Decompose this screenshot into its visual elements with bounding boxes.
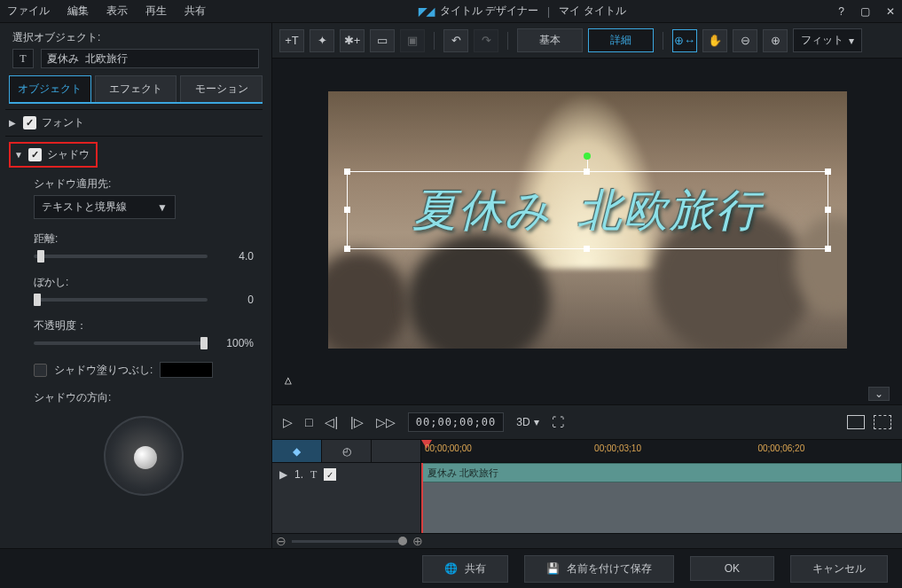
mode-basic-button[interactable]: 基本 xyxy=(517,28,583,52)
shadow-checkbox[interactable]: ✓ xyxy=(28,148,42,161)
direction-dial[interactable] xyxy=(104,416,184,496)
shadow-apply-select[interactable]: テキストと境界線 ▼ xyxy=(34,195,176,219)
menu-view[interactable]: 表示 xyxy=(106,4,128,19)
zoom-slider[interactable] xyxy=(292,540,407,543)
separator xyxy=(434,32,435,50)
font-group-header[interactable]: ▶ ✓ フォント xyxy=(9,115,259,130)
undo-button[interactable]: ↶ xyxy=(443,29,468,52)
distance-label: 距離: xyxy=(34,231,254,247)
chevron-right-icon: ▶ xyxy=(279,468,287,481)
grid-view-button[interactable] xyxy=(847,415,865,429)
redo-button[interactable]: ↷ xyxy=(474,29,498,52)
menu-file[interactable]: ファイル xyxy=(7,4,50,19)
shadow-color-swatch[interactable] xyxy=(160,362,213,378)
play-button[interactable]: ▷ xyxy=(283,415,293,429)
app-title: ◤◢ タイトル デザイナー | マイ タイトル xyxy=(206,4,838,19)
title-bounding-box[interactable]: 夏休み 北欧旅行 xyxy=(347,171,828,249)
font-group-label: フォント xyxy=(42,115,84,130)
ok-button[interactable]: OK xyxy=(690,556,774,581)
add-rect-button[interactable]: ▭ xyxy=(370,29,395,52)
add-effect-button[interactable]: ✱+ xyxy=(340,29,365,52)
share-button[interactable]: 🌐共有 xyxy=(422,555,508,583)
chevron-down-icon: ▼ xyxy=(14,150,23,160)
title-text[interactable]: 夏休み 北欧旅行 xyxy=(412,181,762,240)
tab-object[interactable]: オブジェクト xyxy=(9,75,91,102)
fit-select[interactable]: フィット▾ xyxy=(793,28,862,52)
add-image-button[interactable]: ▣ xyxy=(400,29,425,52)
separator xyxy=(663,32,663,50)
next-frame-button[interactable]: |▷ xyxy=(350,415,364,429)
object-name-input[interactable] xyxy=(41,49,259,68)
track-header[interactable]: ▶ 1. T ✓ xyxy=(272,463,421,533)
menu-edit[interactable]: 編集 xyxy=(67,4,89,19)
save-icon: 💾 xyxy=(546,562,560,575)
timecode-display[interactable]: 00;00;00;00 xyxy=(408,412,504,432)
distance-value: 4.0 xyxy=(218,250,254,263)
zoom-in-button[interactable]: ⊕ xyxy=(763,29,788,52)
selected-object-label: 選択オブジェクト: xyxy=(0,23,271,49)
preview-canvas[interactable]: 夏休み 北欧旅行 xyxy=(328,91,847,349)
resize-handle[interactable] xyxy=(584,246,590,252)
chevron-right-icon: ▶ xyxy=(9,118,18,128)
pan-tool-button[interactable]: ✋ xyxy=(702,29,727,52)
zoom-out-button[interactable]: ⊖ xyxy=(733,29,757,52)
mode-advanced-button[interactable]: 詳細 xyxy=(588,28,654,52)
blur-slider[interactable] xyxy=(34,298,208,302)
blur-label: ぼかし: xyxy=(34,275,254,290)
fullscreen-button[interactable]: ⛶ xyxy=(552,415,564,429)
add-text-button[interactable]: +T xyxy=(279,29,304,52)
track-visible-checkbox[interactable]: ✓ xyxy=(324,468,336,481)
expand-button[interactable]: ⌄ xyxy=(868,387,890,401)
text-object-icon: T xyxy=(12,49,34,68)
menu-play[interactable]: 再生 xyxy=(145,4,167,19)
resize-handle[interactable] xyxy=(825,246,831,252)
zoom-in-icon[interactable]: ⊕ xyxy=(412,534,423,548)
distance-slider[interactable] xyxy=(34,255,208,258)
resize-handle[interactable] xyxy=(825,169,831,175)
font-checkbox[interactable]: ✓ xyxy=(23,116,36,129)
shadow-fill-checkbox[interactable] xyxy=(34,364,47,377)
resize-handle[interactable] xyxy=(344,169,350,175)
track-number: 1. xyxy=(294,468,303,481)
preview-scrubber[interactable]: △ xyxy=(283,372,891,387)
globe-icon: 🌐 xyxy=(444,562,458,575)
timeline-clip[interactable]: 夏休み 北欧旅行 xyxy=(421,463,902,482)
help-icon[interactable]: ? xyxy=(838,5,844,18)
timeline-ruler[interactable]: 00;00;00;00 00;00;03;10 00;00;06;20 xyxy=(421,440,902,462)
shadow-group-label: シャドウ xyxy=(47,147,90,162)
prev-frame-button[interactable]: ◁| xyxy=(325,415,338,429)
zoom-out-icon[interactable]: ⊖ xyxy=(276,534,286,548)
resize-handle[interactable] xyxy=(584,169,590,175)
tab-effect[interactable]: エフェクト xyxy=(95,75,177,102)
text-track-icon: T xyxy=(310,468,317,482)
opacity-value: 100% xyxy=(218,337,254,349)
safe-zone-button[interactable] xyxy=(874,415,891,429)
shadow-group-header[interactable]: ▼ ✓ シャドウ xyxy=(9,142,98,168)
maximize-icon[interactable]: ▢ xyxy=(860,5,870,18)
stop-button[interactable]: □ xyxy=(305,415,312,429)
separator xyxy=(507,32,508,50)
cancel-button[interactable]: キャンセル xyxy=(790,555,888,583)
resize-handle[interactable] xyxy=(344,207,350,213)
direction-label: シャドウの方向: xyxy=(34,390,254,405)
opacity-slider[interactable] xyxy=(34,341,208,345)
blur-value: 0 xyxy=(218,294,254,306)
keyframe-mode-button[interactable]: ◆ xyxy=(272,440,322,462)
menu-share[interactable]: 共有 xyxy=(184,4,206,19)
opacity-label: 不透明度： xyxy=(34,318,254,333)
tab-motion[interactable]: モーション xyxy=(180,75,263,102)
fast-forward-button[interactable]: ▷▷ xyxy=(376,415,396,429)
rotate-handle[interactable] xyxy=(584,153,591,160)
move-tool-button[interactable]: ⊕↔ xyxy=(672,29,697,52)
timeline-track[interactable]: 夏休み 北欧旅行 xyxy=(421,463,902,533)
add-particle-button[interactable]: ✦ xyxy=(310,29,334,52)
resize-handle[interactable] xyxy=(825,207,831,213)
save-as-button[interactable]: 💾名前を付けて保存 xyxy=(524,555,674,583)
close-icon[interactable]: ✕ xyxy=(886,5,895,18)
3d-toggle[interactable]: 3D ▾ xyxy=(516,416,538,428)
time-mode-button[interactable]: ◴ xyxy=(322,440,372,462)
shadow-fill-label: シャドウ塗りつぶし: xyxy=(54,363,153,378)
playhead-line[interactable] xyxy=(421,463,423,533)
resize-handle[interactable] xyxy=(344,246,350,252)
shadow-apply-label: シャドウ適用先: xyxy=(34,176,254,192)
